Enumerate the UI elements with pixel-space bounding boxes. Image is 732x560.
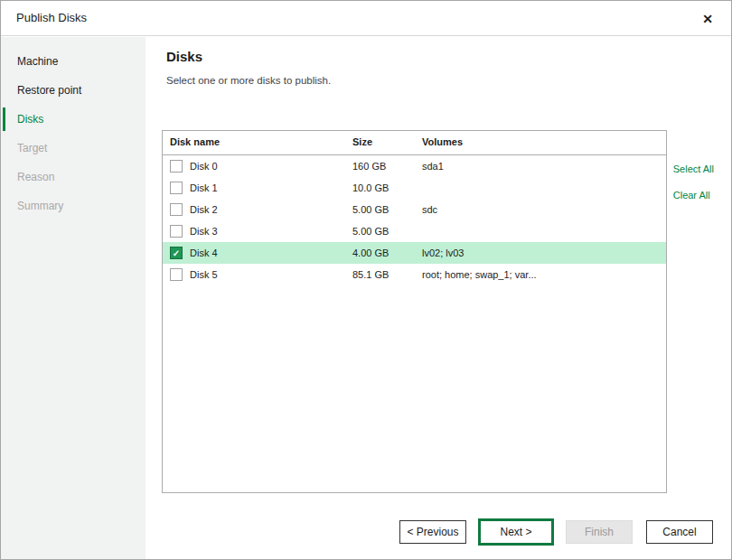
table-row[interactable]: Disk 110.0 GB	[163, 177, 666, 199]
disk-name-cell: Disk 1	[190, 182, 218, 193]
sidebar-item-disks[interactable]: Disks	[1, 105, 145, 134]
checkbox-unchecked[interactable]	[170, 268, 183, 281]
disk-size-cell: 5.00 GB	[352, 226, 389, 237]
sidebar-item-restore-point[interactable]: Restore point	[1, 76, 145, 105]
table-body: Disk 0160 GBsda1Disk 110.0 GBDisk 25.00 …	[163, 155, 666, 285]
sidebar-item-label: Reason	[17, 171, 54, 183]
publish-disks-dialog: Publish Disks ✕ MachineRestore pointDisk…	[0, 0, 732, 560]
disk-name-cell: Disk 5	[190, 269, 218, 280]
sidebar-item-label: Target	[17, 142, 47, 154]
cancel-button[interactable]: Cancel	[646, 520, 713, 544]
checkbox-unchecked[interactable]	[170, 182, 183, 194]
table-row[interactable]: Disk 35.00 GB	[163, 220, 666, 242]
disk-name-cell: Disk 2	[190, 204, 218, 215]
select-all-link[interactable]: Select All	[673, 163, 714, 174]
checkbox-unchecked[interactable]	[170, 160, 183, 173]
disk-name-cell: Disk 4	[190, 247, 218, 258]
finish-button[interactable]: Finish	[566, 520, 633, 544]
sidebar-item-label: Disks	[17, 113, 43, 126]
sidebar-item-label: Restore point	[17, 84, 81, 97]
disk-volumes-cell: root; home; swap_1; var...	[422, 269, 537, 280]
column-header-disk-name[interactable]: Disk name	[170, 136, 220, 147]
wizard-steps-sidebar: MachineRestore pointDisksTargetReasonSum…	[1, 37, 145, 559]
checkbox-checked[interactable]: ✓	[170, 247, 183, 259]
checkbox-unchecked[interactable]	[170, 203, 183, 216]
footer-button-bar: < Previous Next > Finish Cancel	[399, 518, 713, 546]
disk-table: Disk name Size Volumes Disk 0160 GBsda1D…	[162, 130, 667, 493]
disk-name-cell: Disk 3	[190, 226, 218, 237]
previous-button[interactable]: < Previous	[399, 520, 466, 544]
next-button[interactable]: Next >	[478, 518, 554, 546]
disk-volumes-cell: sda1	[422, 161, 444, 172]
disk-size-cell: 85.1 GB	[352, 269, 389, 280]
sidebar-item-summary[interactable]: Summary	[1, 191, 145, 220]
disk-volumes-cell: sdc	[422, 204, 437, 215]
selection-links: Select All Clear All	[673, 163, 714, 201]
table-row[interactable]: Disk 0160 GBsda1	[163, 155, 666, 177]
sidebar-item-reason[interactable]: Reason	[1, 163, 145, 191]
active-step-indicator	[3, 107, 5, 131]
page-subtitle: Select one or more disks to publish.	[166, 75, 331, 86]
sidebar-item-label: Machine	[17, 55, 58, 68]
table-row[interactable]: ✓Disk 44.00 GBlv02; lv03	[163, 242, 666, 264]
page-title: Disks	[166, 49, 202, 64]
title-bar: Publish Disks ✕	[1, 1, 731, 36]
disk-name-cell: Disk 0	[190, 161, 218, 172]
close-icon[interactable]: ✕	[697, 8, 718, 30]
window-title: Publish Disks	[16, 11, 87, 24]
disk-size-cell: 10.0 GB	[352, 182, 389, 193]
sidebar-item-label: Summary	[17, 200, 63, 212]
disk-size-cell: 4.00 GB	[352, 247, 389, 258]
disk-size-cell: 160 GB	[352, 161, 386, 172]
clear-all-link[interactable]: Clear All	[673, 190, 714, 201]
disk-volumes-cell: lv02; lv03	[422, 247, 464, 258]
table-row[interactable]: Disk 585.1 GBroot; home; swap_1; var...	[163, 264, 666, 285]
column-header-size[interactable]: Size	[352, 136, 372, 147]
table-row[interactable]: Disk 25.00 GBsdc	[163, 199, 666, 220]
table-header: Disk name Size Volumes	[163, 131, 666, 155]
sidebar-item-target[interactable]: Target	[1, 134, 145, 163]
sidebar-item-machine[interactable]: Machine	[1, 47, 145, 76]
main-content: Disks Select one or more disks to publis…	[145, 37, 731, 559]
checkbox-unchecked[interactable]	[170, 225, 183, 238]
column-header-volumes[interactable]: Volumes	[422, 136, 463, 147]
disk-size-cell: 5.00 GB	[352, 204, 389, 215]
